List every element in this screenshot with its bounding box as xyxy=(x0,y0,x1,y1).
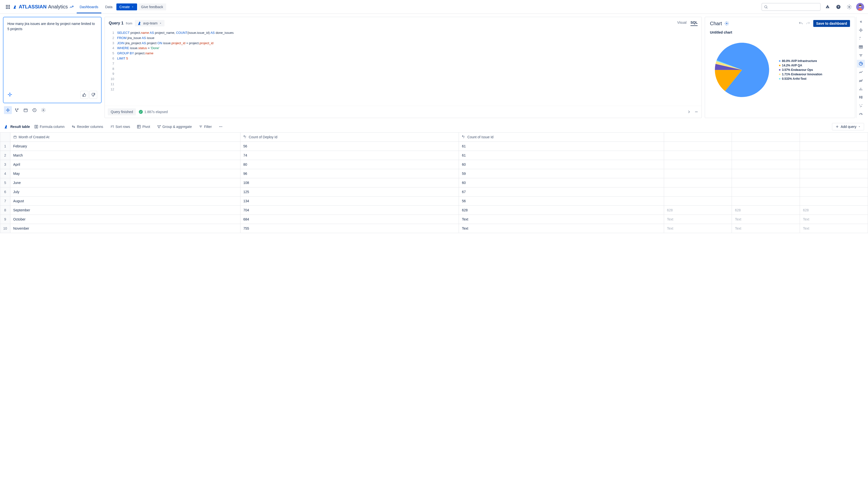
tab-visual[interactable]: Visual xyxy=(677,21,686,26)
table-row[interactable]: 2March7461 xyxy=(0,151,868,160)
search-input[interactable] xyxy=(762,3,820,11)
datasource-selector[interactable]: avp-team xyxy=(135,20,164,26)
legend-item[interactable]: 1.71% Endeavour Innovation xyxy=(779,73,822,76)
candlestick-chart-icon[interactable] xyxy=(857,93,865,101)
sparkle-sidebar-icon[interactable] xyxy=(857,26,865,34)
chart-type-sidebar xyxy=(856,17,865,118)
query-from-label: from xyxy=(126,22,132,25)
scatter-chart-icon[interactable] xyxy=(857,102,865,110)
calendar-tool-button[interactable] xyxy=(22,106,30,114)
history-tool-button[interactable] xyxy=(31,106,38,114)
sql-editor[interactable]: 123456789101112 SELECT project.name AS p… xyxy=(105,29,702,106)
tab-sql[interactable]: SQL xyxy=(690,21,698,26)
sparkle-icon xyxy=(7,92,12,98)
legend-item[interactable]: 3.57% Endeavour Ops xyxy=(779,68,822,72)
line-chart-icon[interactable] xyxy=(857,68,865,76)
ai-tool-button[interactable] xyxy=(4,106,12,114)
nav-data[interactable]: Data xyxy=(102,3,116,11)
result-table: Month of Created At#Count of Deploy Id#C… xyxy=(0,132,868,233)
app-switcher-icon[interactable] xyxy=(4,3,12,11)
chart-settings-icon[interactable] xyxy=(724,21,729,26)
svg-text:?: ? xyxy=(837,5,839,8)
search-icon xyxy=(764,5,768,9)
table-row[interactable]: 4May9659 xyxy=(0,169,868,178)
thumbs-up-button[interactable] xyxy=(81,91,88,99)
formula-column-button[interactable]: Formula column xyxy=(32,123,67,130)
table-chart-icon[interactable] xyxy=(857,43,865,51)
pivot-button[interactable]: Pivot xyxy=(134,123,152,130)
top-nav: ATLASSIAN Analytics Dashboards Data Crea… xyxy=(0,0,868,14)
reorder-columns-button[interactable]: Reorder columns xyxy=(69,123,106,130)
group-aggregate-button[interactable]: Group & aggregate xyxy=(155,123,194,130)
avatar[interactable] xyxy=(856,3,864,11)
filter-sidebar-icon[interactable] xyxy=(857,51,865,59)
svg-rect-26 xyxy=(859,96,860,98)
nav-dashboards[interactable]: Dashboards xyxy=(77,0,101,13)
table-row[interactable]: 8September704628628628628 xyxy=(0,206,868,215)
redo-icon[interactable] xyxy=(806,21,810,26)
atlassian-icon xyxy=(4,124,8,129)
analytics-icon xyxy=(69,5,74,9)
atlassian-icon xyxy=(137,21,142,25)
svg-point-8 xyxy=(15,109,16,109)
svg-text:#: # xyxy=(462,136,463,137)
thumbs-down-button[interactable] xyxy=(89,91,97,99)
table-row[interactable]: 3April8060 xyxy=(0,160,868,169)
svg-point-30 xyxy=(859,105,860,105)
expand-panel-icon[interactable] xyxy=(857,18,865,26)
table-header[interactable]: #Count of Deploy Id xyxy=(240,133,459,142)
minimize-icon[interactable] xyxy=(694,110,699,114)
table-header[interactable]: Month of Created At xyxy=(10,133,240,142)
chevron-down-icon xyxy=(858,125,861,128)
chart-panel: Chart Save to dashboard Untitled chart 8… xyxy=(705,17,855,118)
svg-line-1 xyxy=(767,7,767,8)
table-row[interactable]: 1February5661 xyxy=(0,142,868,151)
pie-chart-icon[interactable] xyxy=(857,60,865,68)
prompt-toolbar xyxy=(3,105,102,115)
add-query-button[interactable]: Add query xyxy=(832,123,864,131)
more-actions-button[interactable] xyxy=(216,123,225,130)
filter-button[interactable]: Filter xyxy=(196,123,214,130)
notifications-icon[interactable] xyxy=(824,3,832,11)
create-button[interactable]: Create xyxy=(116,3,137,10)
gauge-chart-icon[interactable] xyxy=(857,110,865,118)
help-icon[interactable]: ? xyxy=(834,3,842,11)
logo[interactable]: ATLASSIAN Analytics xyxy=(13,4,74,10)
settings-tool-button[interactable] xyxy=(39,106,48,114)
svg-point-31 xyxy=(860,106,861,106)
table-row[interactable]: 10November755TextTextTextText xyxy=(0,224,868,233)
prompt-box[interactable]: How many jira issues are done by project… xyxy=(3,17,102,103)
give-feedback-button[interactable]: Give feedback xyxy=(138,3,166,10)
svg-rect-16 xyxy=(859,46,863,48)
settings-icon[interactable] xyxy=(845,3,853,11)
chart-title[interactable]: Untitled chart xyxy=(710,29,850,35)
prompt-text: How many jira issues are done by project… xyxy=(7,21,97,32)
svg-text:#: # xyxy=(244,136,244,137)
chart-panel-title: Chart xyxy=(710,21,722,26)
query-elapsed: ✓ 1.887s elapsed xyxy=(139,110,168,114)
chevron-right-icon[interactable] xyxy=(687,110,691,114)
svg-rect-27 xyxy=(861,96,862,98)
undo-icon[interactable] xyxy=(799,21,803,26)
table-row[interactable]: 6July12567 xyxy=(0,188,868,197)
table-row[interactable]: 5June10860 xyxy=(0,178,868,188)
metric-chart-icon[interactable] xyxy=(857,34,865,42)
table-header[interactable]: #Count of Issue Id xyxy=(459,133,664,142)
table-row[interactable]: 7August13456 xyxy=(0,197,868,206)
svg-point-46 xyxy=(158,125,158,126)
area-chart-icon[interactable] xyxy=(857,77,865,84)
table-row[interactable]: 9October684TextTextTextText xyxy=(0,215,868,224)
save-to-dashboard-button[interactable]: Save to dashboard xyxy=(813,20,850,27)
bar-chart-icon[interactable] xyxy=(857,85,865,93)
chevron-down-icon xyxy=(131,5,134,8)
legend-item[interactable]: 80.0% AVP Infrastructure xyxy=(779,59,822,63)
plus-icon xyxy=(835,125,839,129)
svg-point-52 xyxy=(219,126,220,127)
svg-point-5 xyxy=(849,6,850,7)
svg-point-32 xyxy=(862,104,862,105)
sort-rows-button[interactable]: Sort rows xyxy=(107,123,132,130)
legend-item[interactable]: 14.2% AVP QA xyxy=(779,64,822,67)
query-panel: Query 1 from avp-team Visual SQL 1234567… xyxy=(104,17,702,118)
branch-tool-button[interactable] xyxy=(13,106,21,114)
legend-item[interactable]: 0.533% Arthi-Test xyxy=(779,77,822,81)
